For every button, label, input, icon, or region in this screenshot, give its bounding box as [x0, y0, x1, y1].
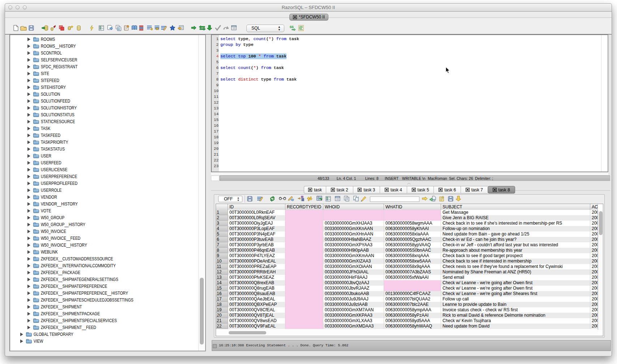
svg-text:66: 66	[290, 25, 294, 29]
